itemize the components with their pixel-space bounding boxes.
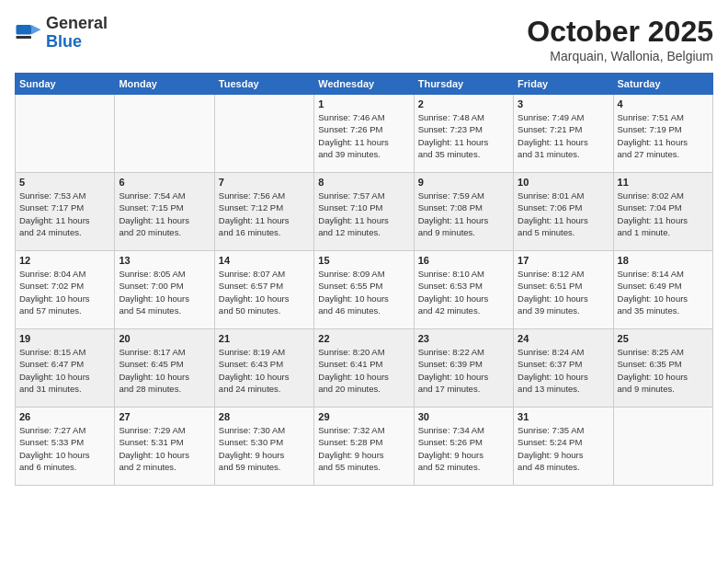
day-cell: 29Sunrise: 7:32 AMSunset: 5:28 PMDayligh… bbox=[314, 408, 414, 486]
day-number: 6 bbox=[119, 177, 210, 188]
day-cell: 17Sunrise: 8:12 AMSunset: 6:51 PMDayligh… bbox=[514, 251, 613, 329]
day-number: 5 bbox=[19, 177, 110, 188]
week-row-2: 5Sunrise: 7:53 AMSunset: 7:17 PMDaylight… bbox=[16, 173, 713, 251]
day-cell: 3Sunrise: 7:49 AMSunset: 7:21 PMDaylight… bbox=[514, 95, 613, 173]
day-number: 18 bbox=[618, 255, 709, 266]
day-info: Sunrise: 8:09 AMSunset: 6:55 PMDaylight:… bbox=[318, 268, 409, 316]
day-number: 8 bbox=[318, 177, 409, 188]
day-info: Sunrise: 8:01 AMSunset: 7:06 PMDaylight:… bbox=[518, 190, 609, 238]
header-day-sunday: Sunday bbox=[16, 74, 115, 95]
day-info: Sunrise: 8:24 AMSunset: 6:37 PMDaylight:… bbox=[518, 346, 609, 395]
day-number: 12 bbox=[19, 255, 110, 266]
day-info: Sunrise: 8:12 AMSunset: 6:51 PMDaylight:… bbox=[518, 268, 609, 316]
calendar-header: SundayMondayTuesdayWednesdayThursdayFrid… bbox=[16, 74, 713, 95]
day-number: 24 bbox=[518, 333, 609, 344]
day-cell bbox=[115, 95, 214, 173]
day-info: Sunrise: 7:57 AMSunset: 7:10 PMDaylight:… bbox=[318, 190, 409, 238]
day-info: Sunrise: 7:46 AMSunset: 7:26 PMDaylight:… bbox=[318, 111, 409, 160]
day-number: 31 bbox=[518, 411, 609, 422]
day-number: 15 bbox=[318, 255, 409, 266]
header-row: SundayMondayTuesdayWednesdayThursdayFrid… bbox=[16, 74, 713, 95]
day-cell: 15Sunrise: 8:09 AMSunset: 6:55 PMDayligh… bbox=[314, 251, 414, 329]
day-number: 1 bbox=[318, 98, 409, 109]
logo-text: General Blue bbox=[46, 15, 108, 52]
day-info: Sunrise: 8:07 AMSunset: 6:57 PMDaylight:… bbox=[219, 268, 310, 316]
day-number: 2 bbox=[418, 98, 509, 109]
day-info: Sunrise: 8:05 AMSunset: 7:00 PMDaylight:… bbox=[119, 268, 210, 316]
day-info: Sunrise: 8:19 AMSunset: 6:43 PMDaylight:… bbox=[219, 346, 310, 395]
header-day-saturday: Saturday bbox=[613, 74, 712, 95]
logo-blue-text: Blue bbox=[46, 33, 108, 52]
title-block: October 2025 Marquain, Wallonia, Belgium bbox=[527, 15, 713, 63]
day-number: 21 bbox=[219, 333, 310, 344]
week-row-1: 1Sunrise: 7:46 AMSunset: 7:26 PMDaylight… bbox=[16, 95, 713, 173]
day-info: Sunrise: 7:59 AMSunset: 7:08 PMDaylight:… bbox=[418, 190, 509, 238]
day-cell: 14Sunrise: 8:07 AMSunset: 6:57 PMDayligh… bbox=[214, 251, 313, 329]
day-info: Sunrise: 7:29 AMSunset: 5:31 PMDaylight:… bbox=[119, 424, 210, 473]
calendar-table: SundayMondayTuesdayWednesdayThursdayFrid… bbox=[15, 73, 713, 486]
day-cell bbox=[613, 408, 712, 486]
day-cell: 31Sunrise: 7:35 AMSunset: 5:24 PMDayligh… bbox=[514, 408, 613, 486]
day-info: Sunrise: 7:49 AMSunset: 7:21 PMDaylight:… bbox=[518, 111, 609, 160]
day-number: 9 bbox=[418, 177, 509, 188]
logo: General Blue bbox=[15, 15, 108, 52]
day-cell: 26Sunrise: 7:27 AMSunset: 5:33 PMDayligh… bbox=[16, 408, 115, 486]
day-info: Sunrise: 7:27 AMSunset: 5:33 PMDaylight:… bbox=[19, 424, 110, 473]
day-number: 30 bbox=[418, 411, 509, 422]
day-number: 13 bbox=[119, 255, 210, 266]
day-cell: 6Sunrise: 7:54 AMSunset: 7:15 PMDaylight… bbox=[115, 173, 214, 251]
day-number: 16 bbox=[418, 255, 509, 266]
day-number: 17 bbox=[518, 255, 609, 266]
day-cell: 5Sunrise: 7:53 AMSunset: 7:17 PMDaylight… bbox=[16, 173, 115, 251]
logo-icon bbox=[15, 19, 42, 47]
day-cell: 12Sunrise: 8:04 AMSunset: 7:02 PMDayligh… bbox=[16, 251, 115, 329]
calendar-title: October 2025 bbox=[527, 15, 713, 49]
day-cell: 23Sunrise: 8:22 AMSunset: 6:39 PMDayligh… bbox=[414, 329, 513, 408]
day-cell: 11Sunrise: 8:02 AMSunset: 7:04 PMDayligh… bbox=[613, 173, 712, 251]
day-number: 10 bbox=[518, 177, 609, 188]
day-info: Sunrise: 8:02 AMSunset: 7:04 PMDaylight:… bbox=[618, 190, 709, 238]
page-header: General Blue October 2025 Marquain, Wall… bbox=[15, 15, 713, 63]
day-info: Sunrise: 7:32 AMSunset: 5:28 PMDaylight:… bbox=[318, 424, 409, 473]
calendar-body: 1Sunrise: 7:46 AMSunset: 7:26 PMDaylight… bbox=[16, 95, 713, 486]
svg-rect-0 bbox=[17, 25, 32, 35]
day-info: Sunrise: 7:48 AMSunset: 7:23 PMDaylight:… bbox=[418, 111, 509, 160]
svg-marker-1 bbox=[31, 25, 41, 35]
day-number: 4 bbox=[618, 98, 709, 109]
day-info: Sunrise: 7:34 AMSunset: 5:26 PMDaylight:… bbox=[418, 424, 509, 473]
header-day-thursday: Thursday bbox=[414, 74, 513, 95]
header-day-tuesday: Tuesday bbox=[214, 74, 313, 95]
day-cell: 24Sunrise: 8:24 AMSunset: 6:37 PMDayligh… bbox=[514, 329, 613, 408]
day-info: Sunrise: 8:20 AMSunset: 6:41 PMDaylight:… bbox=[318, 346, 409, 395]
day-info: Sunrise: 8:25 AMSunset: 6:35 PMDaylight:… bbox=[618, 346, 709, 395]
day-cell bbox=[16, 95, 115, 173]
week-row-3: 12Sunrise: 8:04 AMSunset: 7:02 PMDayligh… bbox=[16, 251, 713, 329]
day-info: Sunrise: 7:53 AMSunset: 7:17 PMDaylight:… bbox=[19, 190, 110, 238]
day-info: Sunrise: 8:22 AMSunset: 6:39 PMDaylight:… bbox=[418, 346, 509, 395]
day-number: 26 bbox=[19, 411, 110, 422]
logo-general-text: General bbox=[46, 15, 108, 33]
day-info: Sunrise: 7:51 AMSunset: 7:19 PMDaylight:… bbox=[618, 111, 709, 160]
day-cell: 2Sunrise: 7:48 AMSunset: 7:23 PMDaylight… bbox=[414, 95, 513, 173]
header-day-monday: Monday bbox=[115, 74, 214, 95]
day-cell: 16Sunrise: 8:10 AMSunset: 6:53 PMDayligh… bbox=[414, 251, 513, 329]
day-number: 19 bbox=[19, 333, 110, 344]
day-number: 11 bbox=[618, 177, 709, 188]
day-cell bbox=[214, 95, 313, 173]
day-number: 23 bbox=[418, 333, 509, 344]
day-cell: 21Sunrise: 8:19 AMSunset: 6:43 PMDayligh… bbox=[214, 329, 313, 408]
day-cell: 20Sunrise: 8:17 AMSunset: 6:45 PMDayligh… bbox=[115, 329, 214, 408]
week-row-5: 26Sunrise: 7:27 AMSunset: 5:33 PMDayligh… bbox=[16, 408, 713, 486]
day-cell: 8Sunrise: 7:57 AMSunset: 7:10 PMDaylight… bbox=[314, 173, 414, 251]
day-cell: 9Sunrise: 7:59 AMSunset: 7:08 PMDaylight… bbox=[414, 173, 513, 251]
header-day-friday: Friday bbox=[514, 74, 613, 95]
day-cell: 7Sunrise: 7:56 AMSunset: 7:12 PMDaylight… bbox=[214, 173, 313, 251]
day-cell: 22Sunrise: 8:20 AMSunset: 6:41 PMDayligh… bbox=[314, 329, 414, 408]
day-cell: 19Sunrise: 8:15 AMSunset: 6:47 PMDayligh… bbox=[16, 329, 115, 408]
day-info: Sunrise: 8:04 AMSunset: 7:02 PMDaylight:… bbox=[19, 268, 110, 316]
day-info: Sunrise: 8:15 AMSunset: 6:47 PMDaylight:… bbox=[19, 346, 110, 395]
day-number: 29 bbox=[318, 411, 409, 422]
day-number: 7 bbox=[219, 177, 310, 188]
day-number: 3 bbox=[518, 98, 609, 109]
day-info: Sunrise: 7:30 AMSunset: 5:30 PMDaylight:… bbox=[219, 424, 310, 473]
